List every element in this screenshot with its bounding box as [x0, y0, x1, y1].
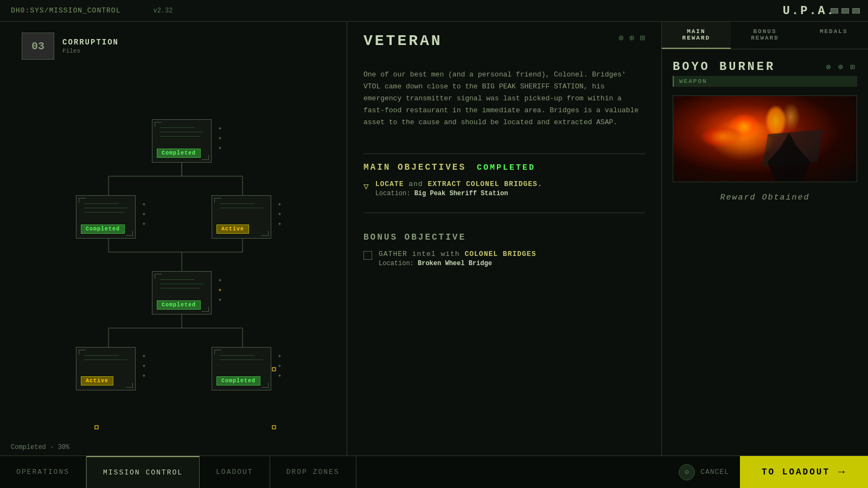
bonus-objective-label: BONUS OBJECTIVE	[363, 233, 645, 242]
win-btn-max[interactable]	[841, 8, 849, 14]
weapon-type: WEAPON	[673, 76, 857, 87]
mission-node-2[interactable]: Completed ✦ ✦ ✦	[76, 195, 136, 239]
objective-location: Location: Big Peak Sheriff Station	[375, 190, 542, 197]
loadout-button[interactable]: TO LOADOUT →	[740, 456, 868, 488]
top-bar: DH0:SYS/MISSION_CONTROL v2.32 U.P.A.	[0, 0, 868, 22]
star-icon: ✦	[142, 220, 146, 228]
window-controls	[831, 8, 860, 14]
star-icon: ✦	[218, 296, 222, 304]
main-objectives-status: COMPLETED	[477, 163, 535, 172]
main-objectives-header: MAIN OBJECTIVES COMPLETED	[363, 163, 645, 172]
bonus-action: GATHER intel with COLONEL BRIDGES	[379, 250, 536, 258]
reward-tabs: MAINREWARD BONUSREWARD MEDALS	[662, 22, 868, 49]
tab-medals[interactable]: MEDALS	[799, 22, 868, 49]
weapon-expand-icon[interactable]: ⊞	[851, 62, 857, 72]
expand-icon[interactable]: ⊞	[640, 33, 645, 43]
completion-text: Completed - 30%	[11, 444, 69, 451]
star-icon: ✦	[142, 200, 146, 208]
loadout-arrow-icon: →	[838, 466, 846, 478]
reward-obtained-text: Reward Obtained	[673, 193, 857, 202]
bonus-checkbox[interactable]	[363, 251, 372, 260]
tab-main-reward[interactable]: MAINREWARD	[662, 22, 731, 49]
reward-content: BOYO BURNER ⊗ ⊕ ⊞ WEAPON Re	[662, 49, 868, 455]
nav-tabs: OPERATIONS MISSION CONTROL LOADOUT DROP …	[0, 456, 668, 488]
main-container: 03 CORRUPTION Files	[0, 22, 868, 455]
cancel-icon: ⊙	[679, 464, 695, 480]
bookmark-icon[interactable]: ⊕	[629, 33, 635, 43]
mission-node-5[interactable]: Active ✦ ✦ ✦	[76, 347, 136, 390]
star-icon: ✦	[278, 352, 282, 360]
star-icon: ✦	[218, 276, 222, 284]
star-icon: ✦	[142, 371, 146, 380]
node-6-badge: Completed	[216, 376, 260, 386]
bonus-location-name: Broken Wheel Bridge	[418, 260, 492, 267]
win-btn-min[interactable]	[831, 8, 838, 14]
weapon-title-icons: ⊗ ⊕ ⊞	[826, 62, 857, 72]
version-label: v2.32	[153, 7, 173, 15]
bonus-location: Location: Broken Wheel Bridge	[379, 260, 536, 267]
folder-info: CORRUPTION Files	[62, 38, 119, 54]
node-1-stars: ✦ ✦ ✦	[218, 124, 222, 152]
node-6-stars: ✦ ✦ ✦	[278, 352, 282, 380]
mission-node-1[interactable]: Completed ✦ ✦ ✦	[152, 119, 212, 163]
nav-tab-mission-control[interactable]: MISSION CONTROL	[86, 456, 200, 488]
system-path: DH0:SYS/MISSION_CONTROL	[11, 7, 120, 15]
svg-rect-19	[272, 426, 276, 429]
nav-tab-loadout[interactable]: LOADOUT	[200, 456, 270, 488]
svg-rect-17	[272, 368, 276, 371]
star-icon: ✦	[278, 200, 282, 208]
folder-icon: 03	[22, 33, 54, 60]
objective-triangle-icon: ▽	[363, 181, 369, 192]
node-2-badge: Completed	[81, 224, 125, 234]
node-1-badge: Completed	[157, 149, 201, 158]
loadout-label: TO LOADOUT	[762, 467, 830, 477]
tab-bonus-reward[interactable]: BONUSREWARD	[731, 22, 800, 49]
node-3-stars: ✦ ✦ ✦	[278, 200, 282, 228]
svg-rect-18	[95, 426, 98, 429]
divider-1	[363, 153, 645, 154]
main-objectives-label: MAIN OBJECTIVES	[363, 163, 466, 172]
star-icon: ✦	[142, 362, 146, 370]
star-icon: ✦	[142, 352, 146, 360]
star-icon: ✦	[218, 124, 222, 132]
win-btn-close[interactable]	[852, 8, 860, 14]
divider-2	[363, 213, 645, 213]
mission-node-4[interactable]: Completed ✦ ✦ ✦	[152, 271, 212, 314]
middle-panel: VETERAN ⊗ ⊕ ⊞ One of our best men (and a…	[347, 22, 662, 455]
star-icon: ✦	[142, 210, 146, 218]
weapon-bookmark-icon[interactable]: ⊕	[838, 62, 845, 72]
star-icon: ✦	[278, 371, 282, 380]
mission-node-6[interactable]: Completed ✦ ✦ ✦	[212, 347, 271, 390]
right-panel: MAINREWARD BONUSREWARD MEDALS BOYO BURNE…	[662, 22, 868, 455]
node-5-badge: Active	[81, 376, 113, 386]
node-3-badge: Active	[216, 224, 249, 234]
folder-header: 03 CORRUPTION Files	[22, 33, 119, 60]
bottom-bar: OPERATIONS MISSION CONTROL LOADOUT DROP …	[0, 455, 868, 488]
folder-sub: Files	[62, 48, 119, 54]
weapon-crosshair-icon[interactable]: ⊗	[826, 62, 833, 72]
mission-description: One of our best men (and a personal frie…	[363, 69, 645, 129]
weapon-title-row: BOYO BURNER ⊗ ⊕ ⊞	[673, 60, 857, 74]
objective-text-block: LOCATE and EXTRACT COLONEL BRIDGES. Loca…	[375, 180, 542, 197]
bonus-objective-1: GATHER intel with COLONEL BRIDGES Locati…	[363, 250, 645, 267]
nav-tab-operations[interactable]: OPERATIONS	[0, 456, 86, 488]
crosshair-icon[interactable]: ⊗	[618, 33, 624, 43]
mission-node-3[interactable]: Active ✦ ✦ ✦	[212, 195, 271, 239]
node-2-stars: ✦ ✦ ✦	[142, 200, 146, 228]
weapon-image	[673, 95, 857, 182]
star-icon: ✦	[278, 210, 282, 218]
nav-tab-drop-zones[interactable]: DROP ZONES	[270, 456, 356, 488]
left-panel: 03 CORRUPTION Files	[0, 22, 347, 455]
node-5-stars: ✦ ✦ ✦	[142, 352, 146, 380]
star-icon: ✦	[278, 220, 282, 228]
star-icon: ✦	[278, 362, 282, 370]
star-gold-icon: ✦	[218, 286, 222, 294]
title-actions: ⊗ ⊕ ⊞	[618, 33, 645, 43]
node-4-badge: Completed	[157, 300, 201, 310]
cancel-button[interactable]: ⊙ CANCEL	[668, 464, 740, 480]
folder-name: CORRUPTION	[62, 38, 119, 47]
star-icon: ✦	[218, 144, 222, 152]
logo: U.P.A.	[783, 4, 835, 17]
mission-title: VETERAN	[363, 33, 443, 49]
main-objective-1: ▽ LOCATE and EXTRACT COLONEL BRIDGES. Lo…	[363, 180, 645, 197]
